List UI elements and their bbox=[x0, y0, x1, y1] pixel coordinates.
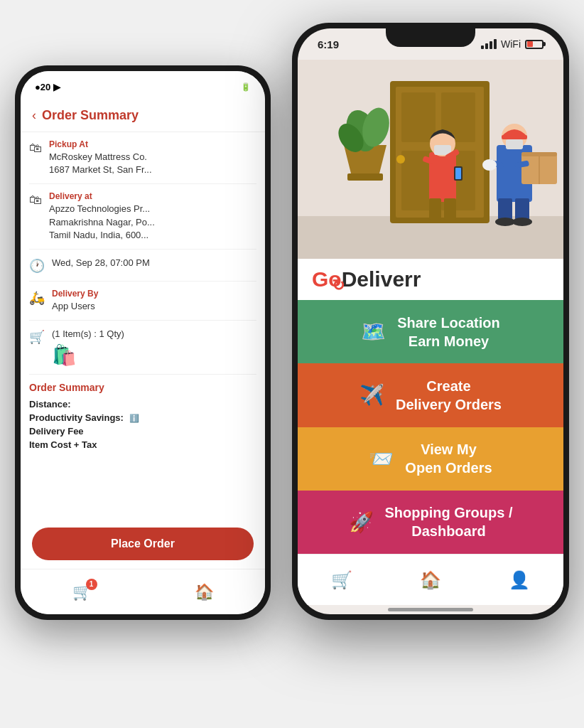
pickup-row: 🛍 Pickup At McRoskey Mattress Co.1687 Ma… bbox=[29, 132, 256, 184]
svg-rect-23 bbox=[498, 198, 512, 220]
pickup-content: Pickup At McRoskey Mattress Co.1687 Mark… bbox=[49, 139, 152, 176]
cart-badge: 1 bbox=[86, 579, 97, 590]
order-header: ‹ Order Summary bbox=[21, 102, 265, 132]
create-delivery-button[interactable]: ✈️ CreateDelivery Orders bbox=[298, 363, 563, 427]
pickup-value: McRoskey Mattress Co.1687 Market St, San… bbox=[49, 151, 152, 176]
battery-icon bbox=[525, 40, 544, 49]
svg-point-8 bbox=[396, 155, 405, 164]
delivery-fee-line: Delivery Fee bbox=[29, 426, 256, 437]
order-summary-section: Order Summary Distance: Productivity Sav… bbox=[29, 375, 256, 450]
scooter-icon: 🛵 bbox=[29, 290, 45, 306]
cart-nav-icon[interactable]: 🛒 1 bbox=[72, 583, 92, 601]
delivery-row: 🛍 Delivery at Apzzo Technologies Pr...Ra… bbox=[29, 184, 256, 250]
items-row: 🛒 (1 Item(s) : 1 Qty) 🛍️ bbox=[29, 321, 256, 375]
signal-icon bbox=[481, 39, 497, 49]
order-content: 🛍 Pickup At McRoskey Mattress Co.1687 Ma… bbox=[21, 132, 265, 453]
home-nav-icon[interactable]: 🏠 bbox=[195, 583, 214, 601]
send-icon: 📨 bbox=[369, 447, 394, 471]
delivery-by-value: App Users bbox=[52, 300, 98, 313]
front-bottom-nav: 🛒 🏠 👤 bbox=[298, 554, 563, 605]
front-status-time: 6:19 bbox=[318, 38, 339, 50]
svg-rect-28 bbox=[502, 135, 527, 139]
phone-back: ●20 ▶ 🔋 ‹ Order Summary 🛍 Pickup At McRo bbox=[15, 65, 271, 620]
share-location-button[interactable]: 🗺️ Share LocationEarn Money bbox=[298, 300, 563, 363]
svg-rect-19 bbox=[455, 168, 461, 179]
brand-deliverr: Deliverr bbox=[342, 267, 421, 291]
wifi-icon: WiFi bbox=[501, 38, 521, 50]
items-content: (1 Item(s) : 1 Qty) 🛍️ bbox=[52, 328, 124, 367]
svg-rect-15 bbox=[444, 198, 456, 220]
map-icon: 🗺️ bbox=[361, 320, 386, 343]
datetime-value: Wed, Sep 28, 07:00 PM bbox=[52, 257, 150, 269]
share-location-label: Share LocationEarn Money bbox=[397, 314, 499, 350]
cart-icon: 🛒 bbox=[29, 329, 45, 345]
items-value: (1 Item(s) : 1 Qty) bbox=[52, 328, 124, 341]
productivity-label: Productivity Savings: bbox=[29, 412, 124, 423]
door-illustration bbox=[298, 60, 563, 259]
back-status-bar: ●20 ▶ 🔋 bbox=[21, 71, 265, 102]
svg-rect-9 bbox=[347, 173, 383, 181]
datetime-row: 🕐 Wed, Sep 28, 07:00 PM bbox=[29, 250, 256, 282]
delivery-by-label: Delivery By bbox=[52, 289, 98, 299]
delivery-by-content: Delivery By App Users bbox=[52, 289, 98, 313]
delivery-by-row: 🛵 Delivery By App Users bbox=[29, 282, 256, 321]
pickup-icon: 🛍 bbox=[29, 141, 42, 156]
order-summary-title-header: Order Summary bbox=[42, 108, 139, 123]
home-indicator bbox=[388, 608, 473, 611]
delivery-value: Apzzo Technologies Pr...Ramakrishna Naga… bbox=[49, 203, 155, 242]
create-delivery-label: CreateDelivery Orders bbox=[396, 377, 502, 414]
back-bottom-nav: 🛒 1 🏠 bbox=[21, 569, 265, 614]
place-order-button[interactable]: Place Order bbox=[32, 528, 254, 560]
back-battery-icon: 🔋 bbox=[241, 82, 251, 92]
rocket-icon: 🚀 bbox=[349, 510, 374, 534]
productivity-line: Productivity Savings: ℹ️ bbox=[29, 412, 256, 423]
illustration-area bbox=[298, 60, 563, 259]
svg-rect-29 bbox=[506, 139, 523, 149]
svg-point-26 bbox=[512, 218, 532, 226]
back-status-time: ●20 ▶ bbox=[35, 82, 60, 92]
svg-rect-24 bbox=[515, 198, 529, 220]
distance-line: Distance: bbox=[29, 399, 256, 410]
back-button[interactable]: ‹ bbox=[32, 108, 36, 123]
svg-point-25 bbox=[495, 218, 515, 226]
bag-icon: 🛍️ bbox=[52, 343, 124, 367]
order-summary-section-title: Order Summary bbox=[29, 382, 256, 393]
front-cart-nav-icon[interactable]: 🛒 bbox=[331, 570, 352, 590]
datetime-content: Wed, Sep 28, 07:00 PM bbox=[52, 257, 150, 269]
item-cost-line: Item Cost + Tax bbox=[29, 439, 256, 450]
svg-rect-14 bbox=[429, 198, 441, 220]
plane-icon: ✈️ bbox=[359, 383, 384, 407]
shopping-groups-button[interactable]: 🚀 Shopping Groups /Dashboard bbox=[298, 491, 563, 554]
svg-point-35 bbox=[482, 159, 497, 171]
notch bbox=[386, 23, 475, 47]
menu-section: 🗺️ Share LocationEarn Money ✈️ CreateDel… bbox=[298, 300, 563, 554]
delivery-label: Delivery at bbox=[49, 191, 155, 201]
view-orders-label: View MyOpen Orders bbox=[405, 440, 492, 477]
shopping-groups-label: Shopping Groups /Dashboard bbox=[385, 503, 513, 540]
brand-bar: Go ↻ Deliverr bbox=[298, 259, 563, 300]
delivery-icon: 🛍 bbox=[29, 193, 42, 208]
scene: ●20 ▶ 🔋 ‹ Order Summary 🛍 Pickup At McRo bbox=[15, 23, 569, 705]
clock-icon: 🕐 bbox=[29, 258, 45, 274]
front-profile-nav-icon[interactable]: 👤 bbox=[509, 570, 530, 590]
delivery-content: Delivery at Apzzo Technologies Pr...Rama… bbox=[49, 191, 155, 242]
view-orders-button[interactable]: 📨 View MyOpen Orders bbox=[298, 427, 563, 491]
pickup-label: Pickup At bbox=[49, 139, 152, 149]
status-icons: WiFi bbox=[481, 38, 544, 50]
info-icon: ℹ️ bbox=[129, 414, 139, 422]
front-home-nav-icon[interactable]: 🏠 bbox=[420, 570, 441, 590]
go-arrow-icon: ↻ bbox=[332, 277, 345, 295]
phone-front: 6:19 WiFi bbox=[292, 23, 569, 620]
svg-rect-4 bbox=[401, 92, 436, 142]
